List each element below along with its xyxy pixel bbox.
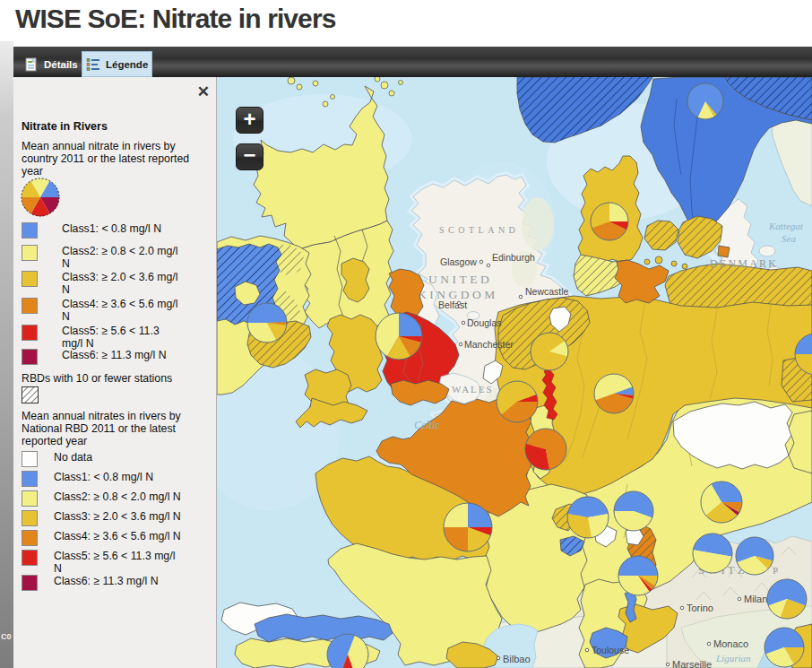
svg-text:Celtic: Celtic [414, 419, 440, 431]
svg-text:Toulouse: Toulouse [592, 645, 629, 655]
svg-text:Newcastle: Newcastle [525, 286, 569, 297]
svg-text:Marseille: Marseille [672, 659, 712, 668]
svg-text:Belfast: Belfast [438, 299, 467, 310]
svg-text:Manchester: Manchester [464, 339, 514, 350]
svg-text:Edinburgh: Edinburgh [492, 252, 535, 263]
svg-text:Kattegat: Kattegat [768, 221, 804, 231]
svg-text:Milan: Milan [744, 594, 767, 604]
svg-text:Glasgow: Glasgow [440, 256, 477, 267]
svg-text:Ligurian: Ligurian [715, 653, 751, 664]
svg-text:Douglas: Douglas [467, 317, 502, 328]
svg-text:SCOTLAND: SCOTLAND [439, 225, 519, 235]
svg-text:Torino: Torino [687, 603, 713, 613]
svg-text:WALES: WALES [452, 384, 494, 395]
svg-text:Bilbao: Bilbao [503, 654, 531, 664]
svg-text:Monaco: Monaco [713, 638, 748, 649]
svg-text:DENMARK: DENMARK [710, 257, 778, 270]
svg-text:Sea: Sea [782, 233, 796, 244]
svg-text:UNITED: UNITED [428, 273, 492, 286]
svg-text:P: P [773, 565, 780, 576]
